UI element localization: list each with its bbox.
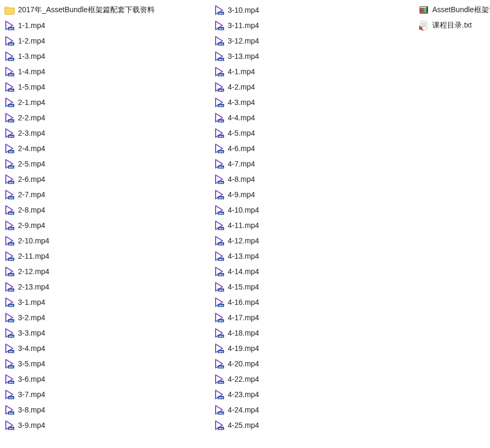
file-item[interactable]: 4-2.mp4 (213, 79, 282, 94)
file-item[interactable]: 4-4.mp4 (213, 110, 282, 125)
file-item[interactable]: 2017年_AssetBundle框架篇配套下载资料 (3, 2, 208, 17)
file-item[interactable]: 3-9.mp4 (3, 417, 73, 433)
file-item[interactable]: 2-7.mp4 (3, 187, 208, 202)
file-name-label: 2-5.mp4 (18, 160, 45, 168)
file-item[interactable]: 4-17.mp4 (213, 310, 282, 325)
video-file-icon (214, 420, 225, 431)
file-item[interactable]: 2-1.mp4 (3, 94, 208, 110)
file-name-label: 3-9.mp4 (18, 421, 45, 429)
video-file-icon (214, 159, 225, 169)
file-item[interactable]: 3-7.mp4 (3, 386, 208, 402)
file-item[interactable]: 4-9.mp4 (213, 187, 282, 202)
file-item[interactable]: 3-1.mp4 (3, 294, 208, 310)
video-file-icon (214, 20, 225, 31)
file-name-label: 2017年_AssetBundle框架篇配套下载资料 (18, 5, 155, 15)
file-item[interactable]: 4-3.mp4 (213, 94, 282, 110)
video-file-icon (4, 97, 15, 108)
file-item[interactable]: 4-11.mp4 (213, 217, 282, 233)
file-item[interactable]: 4-13.mp4 (213, 248, 282, 263)
video-file-icon (4, 297, 15, 308)
video-file-icon (4, 82, 15, 92)
video-file-icon (214, 82, 225, 92)
file-name-label: 4-20.mp4 (228, 359, 259, 368)
file-item[interactable]: 3-5.mp4 (3, 356, 208, 371)
video-file-icon (214, 282, 225, 292)
file-item[interactable]: 4-25.mp4 (213, 417, 412, 433)
file-name-label: 3-5.mp4 (18, 359, 45, 368)
file-name-label: 3-11.mp4 (228, 21, 259, 30)
file-item[interactable]: 4-14.mp4 (213, 263, 282, 279)
file-item[interactable]: 2-5.mp4 (3, 156, 208, 171)
file-item[interactable]: 4-10.mp4 (213, 202, 282, 217)
file-item[interactable]: 4-7.mp4 (213, 156, 282, 171)
file-item[interactable]: 2-12.mp4 (3, 263, 208, 279)
video-file-icon (4, 66, 15, 77)
file-item[interactable]: 3-11.mp4 (213, 17, 282, 33)
file-name-label: 2-11.mp4 (18, 252, 49, 260)
file-item[interactable]: 1-2.mp4 (3, 33, 208, 48)
file-name-label: 4-25.mp4 (228, 421, 259, 429)
video-file-icon (4, 312, 15, 323)
file-item[interactable]: 4-8.mp4 (213, 171, 282, 187)
file-item[interactable]: 4-23.mp4 (213, 386, 412, 402)
file-name-label: 1-5.mp4 (18, 83, 45, 91)
file-item[interactable]: 4-18.mp4 (213, 325, 282, 340)
file-item[interactable]: 1-3.mp4 (3, 48, 208, 64)
file-item[interactable]: 4-19.mp4 (213, 340, 282, 356)
file-item[interactable]: 2-3.mp4 (3, 125, 208, 140)
file-item[interactable]: 4-16.mp4 (213, 294, 282, 310)
file-item[interactable]: 4-6.mp4 (213, 140, 282, 156)
file-item[interactable]: 3-4.mp4 (3, 340, 208, 356)
file-name-label: 2-7.mp4 (18, 190, 45, 199)
file-name-label: 4-17.mp4 (228, 313, 259, 322)
file-item[interactable]: 3-12.mp4 (213, 33, 282, 48)
video-file-icon (4, 20, 15, 31)
file-item[interactable]: 4-15.mp4 (213, 279, 282, 294)
video-file-icon (4, 251, 15, 261)
file-item[interactable]: 3-2.mp4 (3, 310, 208, 325)
file-item[interactable]: 3-13.mp4 (213, 48, 282, 64)
file-name-label: 2-9.mp4 (18, 221, 45, 230)
file-item[interactable]: 2-9.mp4 (3, 217, 208, 233)
file-item[interactable]: 4-24.mp4 (213, 402, 412, 417)
file-item[interactable]: 3-10.mp4 (213, 2, 282, 17)
file-item[interactable]: 2-2.mp4 (3, 110, 208, 125)
file-item[interactable]: 3-3.mp4 (3, 325, 208, 340)
file-item[interactable]: 2-6.mp4 (3, 171, 208, 187)
file-name-label: 4-2.mp4 (228, 83, 255, 91)
file-item[interactable]: 2-11.mp4 (3, 248, 208, 263)
file-item[interactable]: 4-5.mp4 (213, 125, 282, 140)
file-item[interactable]: 4-20.mp4 (213, 356, 282, 371)
file-item[interactable]: 4-1.mp4 (213, 64, 282, 79)
file-item[interactable]: 课程目录.txt (417, 17, 490, 33)
file-name-label: 4-10.mp4 (228, 206, 259, 214)
file-item[interactable]: 4-12.mp4 (213, 233, 282, 248)
video-file-icon (4, 189, 15, 200)
file-item[interactable]: 2-4.mp4 (3, 140, 208, 156)
file-name-label: 2-10.mp4 (18, 236, 49, 245)
file-item[interactable]: 2-8.mp4 (3, 202, 208, 217)
file-item[interactable]: AssetBundle框架设计_框架篇 代码工程.zip (417, 2, 490, 17)
file-name-label: 4-9.mp4 (228, 190, 255, 199)
video-file-icon (214, 36, 225, 46)
file-item[interactable]: 2-10.mp4 (3, 233, 208, 248)
file-item[interactable]: 1-1.mp4 (3, 17, 208, 33)
file-name-label: 4-1.mp4 (228, 67, 255, 76)
file-item[interactable]: 1-5.mp4 (3, 79, 208, 94)
file-item[interactable]: 2-13.mp4 (3, 279, 208, 294)
video-file-icon (214, 266, 225, 277)
text-file-icon (418, 20, 429, 31)
video-file-icon (4, 36, 15, 46)
video-file-icon (214, 235, 225, 246)
file-name-label: 3-4.mp4 (18, 344, 45, 353)
file-item[interactable]: 3-6.mp4 (3, 371, 208, 386)
video-file-icon (214, 358, 225, 369)
file-name-label: 4-22.mp4 (228, 375, 259, 383)
file-name-label: 3-2.mp4 (18, 313, 45, 322)
video-file-icon (214, 220, 225, 231)
file-item[interactable]: 4-22.mp4 (213, 371, 412, 386)
file-item[interactable]: 1-4.mp4 (3, 64, 208, 79)
video-file-icon (214, 205, 225, 215)
video-file-icon (4, 174, 15, 185)
file-item[interactable]: 3-8.mp4 (3, 402, 73, 417)
